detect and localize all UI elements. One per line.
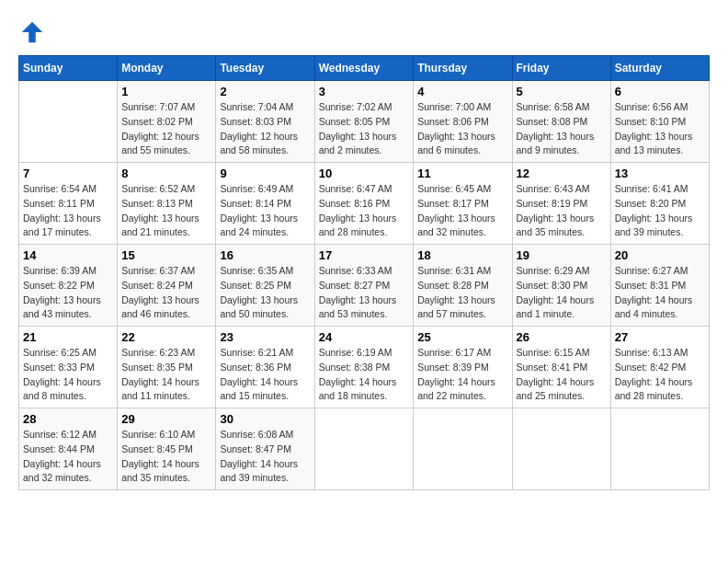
week-row-4: 21 Sunrise: 6:25 AMSunset: 8:33 PMDaylig… — [19, 327, 710, 408]
week-row-1: 1 Sunrise: 7:07 AMSunset: 8:02 PMDayligh… — [19, 81, 710, 163]
day-info: Sunrise: 6:25 AMSunset: 8:33 PMDaylight:… — [23, 347, 101, 401]
col-header-saturday: Saturday — [610, 56, 709, 81]
day-number: 13 — [615, 167, 705, 180]
day-cell: 27 Sunrise: 6:13 AMSunset: 8:42 PMDaylig… — [610, 327, 709, 408]
day-cell: 5 Sunrise: 6:58 AMSunset: 8:08 PMDayligh… — [512, 81, 610, 163]
day-cell: 6 Sunrise: 6:56 AMSunset: 8:10 PMDayligh… — [610, 81, 709, 163]
day-cell: 30 Sunrise: 6:08 AMSunset: 8:47 PMDaylig… — [216, 408, 314, 490]
day-info: Sunrise: 6:35 AMSunset: 8:25 PMDaylight:… — [220, 265, 298, 319]
day-number: 19 — [517, 248, 607, 262]
day-cell: 2 Sunrise: 7:04 AMSunset: 8:03 PMDayligh… — [216, 81, 314, 163]
day-info: Sunrise: 7:02 AMSunset: 8:05 PMDaylight:… — [319, 101, 397, 155]
day-number: 21 — [23, 330, 113, 344]
day-number: 17 — [319, 248, 410, 262]
day-info: Sunrise: 6:58 AMSunset: 8:08 PMDaylight:… — [517, 101, 595, 155]
day-number: 5 — [517, 85, 607, 98]
day-cell: 18 Sunrise: 6:31 AMSunset: 8:28 PMDaylig… — [414, 245, 512, 327]
day-info: Sunrise: 6:31 AMSunset: 8:28 PMDaylight:… — [417, 265, 495, 319]
day-number: 22 — [121, 330, 211, 344]
day-cell: 12 Sunrise: 6:43 AMSunset: 8:19 PMDaylig… — [512, 163, 610, 245]
day-info: Sunrise: 6:33 AMSunset: 8:27 PMDaylight:… — [319, 265, 397, 319]
header-row: SundayMondayTuesdayWednesdayThursdayFrid… — [19, 56, 710, 81]
day-info: Sunrise: 6:10 AMSunset: 8:45 PMDaylight:… — [121, 429, 199, 483]
day-info: Sunrise: 6:54 AMSunset: 8:11 PMDaylight:… — [23, 183, 101, 237]
day-number: 15 — [121, 248, 211, 262]
logo — [18, 18, 50, 46]
day-info: Sunrise: 6:56 AMSunset: 8:10 PMDaylight:… — [615, 101, 693, 155]
day-cell: 9 Sunrise: 6:49 AMSunset: 8:14 PMDayligh… — [216, 163, 314, 245]
day-info: Sunrise: 6:27 AMSunset: 8:31 PMDaylight:… — [615, 265, 693, 319]
day-info: Sunrise: 6:15 AMSunset: 8:41 PMDaylight:… — [517, 347, 595, 401]
day-number: 29 — [121, 412, 211, 426]
day-cell: 14 Sunrise: 6:39 AMSunset: 8:22 PMDaylig… — [19, 245, 118, 327]
day-number: 18 — [417, 248, 507, 262]
day-number: 8 — [121, 167, 211, 180]
day-cell: 20 Sunrise: 6:27 AMSunset: 8:31 PMDaylig… — [610, 245, 709, 327]
day-cell: 21 Sunrise: 6:25 AMSunset: 8:33 PMDaylig… — [19, 327, 118, 408]
day-number: 27 — [615, 330, 705, 344]
day-number: 26 — [517, 330, 607, 344]
day-cell: 11 Sunrise: 6:45 AMSunset: 8:17 PMDaylig… — [414, 163, 512, 245]
calendar-table: SundayMondayTuesdayWednesdayThursdayFrid… — [18, 55, 710, 490]
day-info: Sunrise: 6:19 AMSunset: 8:38 PMDaylight:… — [319, 347, 397, 401]
day-info: Sunrise: 6:47 AMSunset: 8:16 PMDaylight:… — [319, 183, 397, 237]
day-cell: 7 Sunrise: 6:54 AMSunset: 8:11 PMDayligh… — [19, 163, 118, 245]
day-info: Sunrise: 6:17 AMSunset: 8:39 PMDaylight:… — [417, 347, 495, 401]
day-info: Sunrise: 6:13 AMSunset: 8:42 PMDaylight:… — [615, 347, 693, 401]
day-cell — [414, 408, 512, 490]
day-cell: 10 Sunrise: 6:47 AMSunset: 8:16 PMDaylig… — [314, 163, 414, 245]
day-number: 9 — [220, 167, 310, 180]
day-info: Sunrise: 6:41 AMSunset: 8:20 PMDaylight:… — [615, 183, 693, 237]
day-info: Sunrise: 7:07 AMSunset: 8:02 PMDaylight:… — [121, 101, 199, 155]
day-info: Sunrise: 6:21 AMSunset: 8:36 PMDaylight:… — [220, 347, 298, 401]
day-cell: 22 Sunrise: 6:23 AMSunset: 8:35 PMDaylig… — [118, 327, 216, 408]
col-header-tuesday: Tuesday — [216, 56, 314, 81]
day-number: 20 — [615, 248, 705, 262]
day-number: 1 — [121, 85, 211, 98]
day-info: Sunrise: 7:00 AMSunset: 8:06 PMDaylight:… — [417, 101, 495, 155]
day-cell: 23 Sunrise: 6:21 AMSunset: 8:36 PMDaylig… — [216, 327, 314, 408]
day-cell: 16 Sunrise: 6:35 AMSunset: 8:25 PMDaylig… — [216, 245, 314, 327]
svg-marker-0 — [22, 22, 43, 43]
week-row-2: 7 Sunrise: 6:54 AMSunset: 8:11 PMDayligh… — [19, 163, 710, 245]
day-number: 3 — [319, 85, 410, 98]
day-info: Sunrise: 6:23 AMSunset: 8:35 PMDaylight:… — [121, 347, 199, 401]
col-header-thursday: Thursday — [414, 56, 512, 81]
day-cell: 8 Sunrise: 6:52 AMSunset: 8:13 PMDayligh… — [118, 163, 216, 245]
day-cell: 25 Sunrise: 6:17 AMSunset: 8:39 PMDaylig… — [414, 327, 512, 408]
day-number: 2 — [220, 85, 310, 98]
day-cell: 19 Sunrise: 6:29 AMSunset: 8:30 PMDaylig… — [512, 245, 610, 327]
day-cell: 28 Sunrise: 6:12 AMSunset: 8:44 PMDaylig… — [19, 408, 118, 490]
day-number: 11 — [417, 167, 507, 180]
day-cell — [610, 408, 709, 490]
day-cell — [314, 408, 414, 490]
day-cell — [19, 81, 118, 163]
day-number: 28 — [23, 412, 113, 426]
header — [18, 18, 710, 46]
day-number: 14 — [23, 248, 113, 262]
day-info: Sunrise: 6:52 AMSunset: 8:13 PMDaylight:… — [121, 183, 199, 237]
day-info: Sunrise: 6:39 AMSunset: 8:22 PMDaylight:… — [23, 265, 101, 319]
day-number: 10 — [319, 167, 410, 180]
day-cell: 29 Sunrise: 6:10 AMSunset: 8:45 PMDaylig… — [118, 408, 216, 490]
week-row-5: 28 Sunrise: 6:12 AMSunset: 8:44 PMDaylig… — [19, 408, 710, 490]
day-cell: 24 Sunrise: 6:19 AMSunset: 8:38 PMDaylig… — [314, 327, 414, 408]
day-info: Sunrise: 6:49 AMSunset: 8:14 PMDaylight:… — [220, 183, 298, 237]
day-info: Sunrise: 6:43 AMSunset: 8:19 PMDaylight:… — [517, 183, 595, 237]
day-number: 30 — [220, 412, 310, 426]
day-number: 7 — [23, 167, 113, 180]
week-row-3: 14 Sunrise: 6:39 AMSunset: 8:22 PMDaylig… — [19, 245, 710, 327]
col-header-friday: Friday — [512, 56, 610, 81]
day-info: Sunrise: 6:45 AMSunset: 8:17 PMDaylight:… — [417, 183, 495, 237]
col-header-wednesday: Wednesday — [314, 56, 414, 81]
day-cell: 17 Sunrise: 6:33 AMSunset: 8:27 PMDaylig… — [314, 245, 414, 327]
day-cell: 1 Sunrise: 7:07 AMSunset: 8:02 PMDayligh… — [118, 81, 216, 163]
day-info: Sunrise: 6:37 AMSunset: 8:24 PMDaylight:… — [121, 265, 199, 319]
day-info: Sunrise: 6:08 AMSunset: 8:47 PMDaylight:… — [220, 429, 298, 483]
day-cell: 4 Sunrise: 7:00 AMSunset: 8:06 PMDayligh… — [414, 81, 512, 163]
day-number: 16 — [220, 248, 310, 262]
logo-icon — [18, 18, 46, 46]
day-info: Sunrise: 6:12 AMSunset: 8:44 PMDaylight:… — [23, 429, 101, 483]
day-info: Sunrise: 7:04 AMSunset: 8:03 PMDaylight:… — [220, 101, 298, 155]
day-number: 12 — [517, 167, 607, 180]
